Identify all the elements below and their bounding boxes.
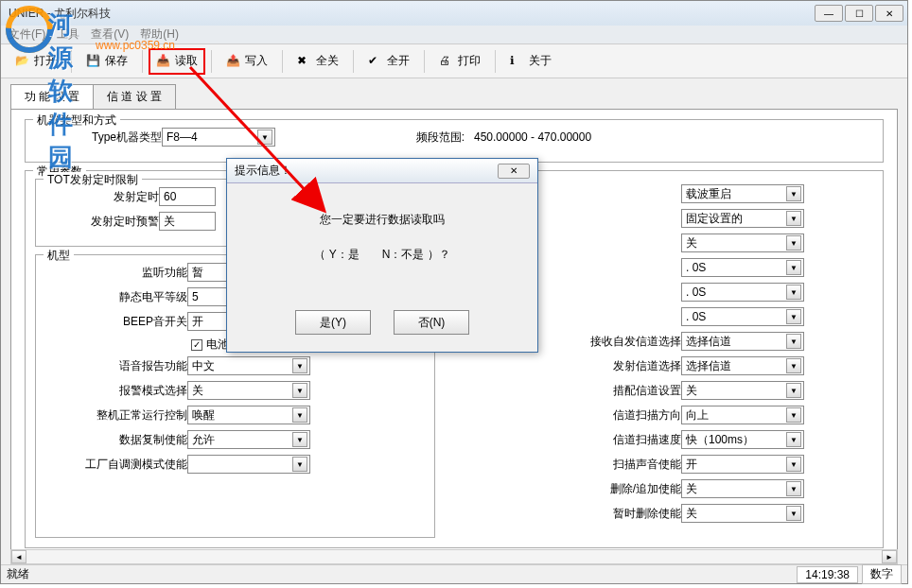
copy-label: 数据复制使能 bbox=[45, 432, 187, 448]
chevron-down-icon[interactable]: ▼ bbox=[786, 383, 801, 398]
titlebar: UNIER - 尤利尔科技 — ☐ ✕ bbox=[1, 1, 907, 26]
group-title-4: 机型 bbox=[44, 248, 74, 264]
chevron-down-icon[interactable]: ▼ bbox=[786, 432, 801, 447]
chevron-down-icon[interactable]: ▼ bbox=[786, 285, 801, 300]
r12-combo[interactable]: 开▼ bbox=[681, 455, 804, 474]
chevron-down-icon[interactable]: ▼ bbox=[786, 211, 801, 226]
normal-combo[interactable]: 唤醒▼ bbox=[187, 406, 310, 424]
voice-combo[interactable]: 中文▼ bbox=[187, 356, 310, 375]
menubar: 文件(F) 工具 查看(V) 帮助(H) bbox=[1, 26, 907, 44]
chevron-down-icon[interactable]: ▼ bbox=[292, 358, 307, 373]
scroll-right-icon[interactable]: ► bbox=[882, 550, 897, 563]
r8-label: 发射信道选择 bbox=[473, 358, 681, 374]
r4-combo[interactable]: . 0S▼ bbox=[681, 258, 804, 277]
r7-combo[interactable]: 选择信道▼ bbox=[681, 332, 804, 351]
tx-prealarm-combo[interactable]: 关 bbox=[159, 212, 216, 231]
open-button[interactable]: 📂打开 bbox=[7, 48, 65, 75]
write-button[interactable]: 📤写入 bbox=[218, 48, 276, 75]
chevron-down-icon[interactable]: ▼ bbox=[786, 235, 801, 251]
chevron-down-icon[interactable]: ▼ bbox=[257, 130, 272, 145]
save-icon: 💾 bbox=[86, 54, 101, 69]
minimize-button[interactable]: — bbox=[815, 5, 843, 22]
allopen-icon: ✔ bbox=[368, 54, 383, 69]
tx-timer-combo[interactable]: 60 bbox=[159, 187, 216, 206]
chevron-down-icon[interactable]: ▼ bbox=[786, 186, 801, 201]
chevron-down-icon[interactable]: ▼ bbox=[786, 481, 801, 496]
freq-range-value: 450.00000 - 470.00000 bbox=[465, 130, 591, 144]
r5-combo[interactable]: . 0S▼ bbox=[681, 283, 804, 302]
r13-combo[interactable]: 关▼ bbox=[681, 479, 804, 498]
r10-label: 信道扫描方向 bbox=[473, 407, 681, 424]
chevron-down-icon[interactable]: ▼ bbox=[786, 334, 801, 349]
tx-timer-label: 发射定时 bbox=[45, 189, 159, 205]
r3-combo[interactable]: 关▼ bbox=[681, 233, 804, 252]
tabs: 功 能 设 置 信 道 设 置 bbox=[1, 78, 907, 109]
chevron-down-icon[interactable]: ▼ bbox=[786, 358, 801, 373]
tab-function[interactable]: 功 能 设 置 bbox=[10, 84, 94, 109]
allclose-icon: ✖ bbox=[297, 54, 312, 69]
read-icon: 📥 bbox=[156, 54, 171, 69]
close-button[interactable]: ✕ bbox=[875, 5, 903, 22]
menu-tool[interactable]: 工具 bbox=[57, 26, 79, 43]
r6-combo[interactable]: . 0S▼ bbox=[681, 307, 804, 326]
batt-save-checkbox[interactable]: ✓ bbox=[191, 339, 202, 351]
chevron-down-icon[interactable]: ▼ bbox=[292, 383, 307, 398]
chevron-down-icon[interactable]: ▼ bbox=[292, 432, 307, 447]
r14-label: 暂时删除使能 bbox=[473, 506, 681, 522]
toolbar: 📂打开 💾保存 📥读取 📤写入 ✖全关 ✔全开 🖨打印 ℹ关于 bbox=[1, 44, 907, 78]
status-ready: 就绪 bbox=[7, 566, 29, 582]
type-label: Type机器类型 bbox=[35, 130, 162, 146]
r9-label: 措配信道设置 bbox=[473, 383, 681, 399]
app-window: 河源软件园 www.pc0359.cn UNIER - 尤利尔科技 — ☐ ✕ … bbox=[0, 0, 908, 584]
freq-range-label: 频段范围: bbox=[275, 130, 465, 146]
factory-label: 工厂自调测模式使能 bbox=[45, 457, 187, 473]
group-machine-type: 机器类型和方式 Type机器类型 F8—4▼ 频段范围: 450.00000 -… bbox=[25, 119, 884, 163]
r1-combo[interactable]: 载波重启▼ bbox=[681, 184, 804, 203]
chevron-down-icon[interactable]: ▼ bbox=[292, 457, 307, 472]
factory-combo[interactable]: ▼ bbox=[187, 455, 310, 474]
write-icon: 📤 bbox=[226, 54, 241, 69]
r2-combo[interactable]: 固定设置的▼ bbox=[681, 209, 804, 228]
save-button[interactable]: 💾保存 bbox=[78, 48, 136, 75]
scroll-left-icon[interactable]: ◄ bbox=[11, 550, 26, 563]
menu-view[interactable]: 查看(V) bbox=[91, 26, 129, 43]
type-combo[interactable]: F8—4▼ bbox=[162, 128, 275, 147]
r8-combo[interactable]: 选择信道▼ bbox=[681, 356, 804, 375]
status-time: 14:19:38 bbox=[797, 566, 858, 583]
read-button[interactable]: 📥读取 bbox=[149, 48, 205, 75]
horizontal-scrollbar[interactable]: ◄ ► bbox=[10, 549, 898, 564]
group-title-3: TOT发射定时限制 bbox=[44, 172, 142, 188]
tx-prealarm-label: 发射定时预警 bbox=[45, 214, 159, 230]
tab-channel[interactable]: 信 道 设 置 bbox=[93, 84, 176, 109]
alarm-combo[interactable]: 关▼ bbox=[187, 381, 310, 400]
chevron-down-icon[interactable]: ▼ bbox=[786, 260, 801, 275]
allclose-button[interactable]: ✖全关 bbox=[289, 48, 347, 75]
window-title: UNIER - 尤利尔科技 bbox=[5, 6, 815, 22]
r9-combo[interactable]: 关▼ bbox=[681, 381, 804, 400]
allopen-button[interactable]: ✔全开 bbox=[360, 48, 418, 75]
r12-label: 扫描声音使能 bbox=[473, 457, 681, 473]
dialog-no-button[interactable]: 否(N) bbox=[394, 310, 469, 335]
r10-combo[interactable]: 向上▼ bbox=[681, 406, 804, 424]
chevron-down-icon[interactable]: ▼ bbox=[292, 407, 307, 423]
maximize-button[interactable]: ☐ bbox=[845, 5, 873, 22]
dialog-line1: 您一定要进行数据读取吗 bbox=[246, 212, 518, 228]
open-icon: 📂 bbox=[15, 54, 30, 69]
chevron-down-icon[interactable]: ▼ bbox=[786, 309, 801, 324]
r11-combo[interactable]: 快（100ms）▼ bbox=[681, 430, 804, 449]
chevron-down-icon[interactable]: ▼ bbox=[786, 506, 801, 521]
print-button[interactable]: 🖨打印 bbox=[430, 48, 489, 75]
menu-file[interactable]: 文件(F) bbox=[9, 26, 45, 43]
confirm-dialog: 提示信息！ ✕ 您一定要进行数据读取吗 （ Y：是 N：不是 ）？ 是(Y) 否… bbox=[226, 158, 538, 353]
chevron-down-icon[interactable]: ▼ bbox=[786, 457, 801, 472]
voice-label: 语音报告功能 bbox=[45, 358, 187, 374]
about-button[interactable]: ℹ关于 bbox=[501, 48, 560, 75]
dialog-body: 您一定要进行数据读取吗 （ Y：是 N：不是 ）？ bbox=[227, 183, 537, 301]
squelch-label: 静态电平等级 bbox=[45, 289, 187, 305]
chevron-down-icon[interactable]: ▼ bbox=[786, 407, 801, 423]
r14-combo[interactable]: 关▼ bbox=[681, 504, 804, 523]
dialog-yes-button[interactable]: 是(Y) bbox=[295, 310, 371, 335]
menu-help[interactable]: 帮助(H) bbox=[140, 26, 179, 43]
dialog-close-button[interactable]: ✕ bbox=[498, 164, 530, 179]
copy-combo[interactable]: 允许▼ bbox=[187, 430, 310, 449]
